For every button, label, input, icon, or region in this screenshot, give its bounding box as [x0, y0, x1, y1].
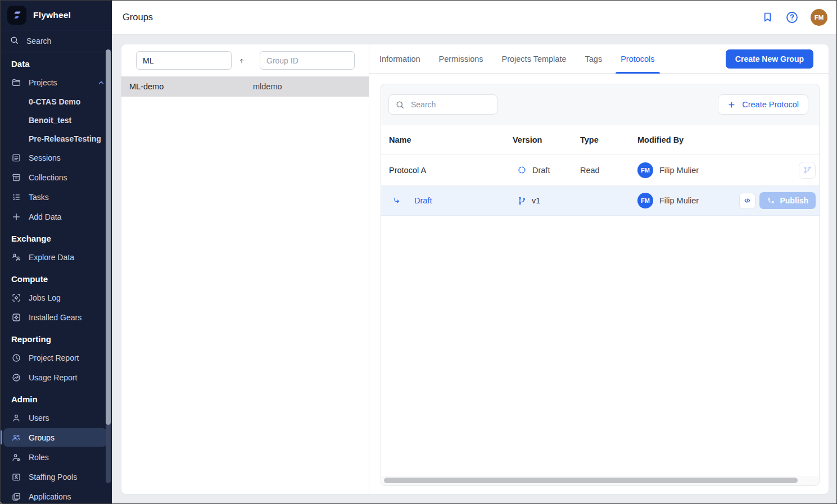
sidebar-item-label: Users	[29, 414, 49, 423]
sidebar-item-installed-gears[interactable]: Installed Gears	[0, 307, 112, 327]
sidebar: Flywheel Search Data Projects 0-CTAS Dem…	[0, 0, 112, 504]
sidebar-item-label: Project Report	[29, 353, 79, 362]
user-avatar[interactable]: FM	[811, 9, 827, 26]
modified-by-name: Filip Mulier	[659, 196, 699, 205]
collections-icon	[11, 172, 21, 183]
group-name: ML-demo	[121, 82, 253, 91]
gear-box-icon	[11, 312, 21, 323]
sidebar-search[interactable]: Search	[0, 30, 112, 52]
sidebar-item-label: Add Data	[29, 212, 61, 221]
sidebar-item-label: Installed Gears	[29, 313, 82, 322]
sidebar-item-label: Usage Report	[29, 373, 77, 382]
sort-ascending-button[interactable]	[235, 54, 248, 67]
group-id-filter-input[interactable]	[260, 51, 355, 70]
app-window: Flywheel Search Data Projects 0-CTAS Dem…	[0, 0, 837, 504]
sidebar-item-applications[interactable]: Applications	[0, 487, 112, 504]
group-detail-area: Information Permissions Projects Templat…	[369, 44, 829, 494]
user-key-icon	[11, 452, 21, 462]
sidebar-item-project-report[interactable]: Project Report	[0, 348, 112, 367]
draft-modified-by: FM Filip Mulier	[637, 193, 739, 208]
draft-name-cell: Draft	[381, 196, 509, 205]
tab-information[interactable]: Information	[379, 44, 420, 73]
search-icon	[395, 100, 405, 110]
tab-tags[interactable]: Tags	[585, 44, 603, 73]
bookmark-icon[interactable]	[762, 11, 773, 23]
avatar: FM	[637, 162, 653, 178]
tab-protocols[interactable]: Protocols	[621, 44, 654, 73]
column-header-modified-by: Modified By	[637, 135, 816, 144]
sidebar-item-0-ctas-demo[interactable]: 0-CTAS Demo	[0, 92, 112, 111]
create-new-group-button[interactable]: Create New Group	[726, 49, 813, 69]
protocol-row-actions	[799, 162, 819, 179]
sidebar-item-label: Staffing Pools	[29, 473, 77, 482]
protocol-draft-row[interactable]: Draft v1 FM Filip Mulier	[381, 186, 819, 216]
sidebar-item-benoit-test[interactable]: Benoit_test	[0, 111, 112, 129]
section-title-reporting: Reporting	[0, 327, 112, 348]
sidebar-item-groups[interactable]: Groups	[3, 428, 107, 447]
create-protocol-label: Create Protocol	[742, 100, 799, 109]
sidebar-item-label: Sessions	[29, 153, 61, 162]
sidebar-item-label: 0-CTAS Demo	[29, 97, 80, 106]
horizontal-scrollbar-thumb[interactable]	[384, 478, 798, 483]
brand-row: Flywheel	[0, 0, 112, 30]
publish-branch-icon	[767, 197, 775, 205]
sidebar-nav: Data Projects 0-CTAS Demo Benoit_test Pr…	[0, 52, 112, 504]
chevron-up-icon[interactable]	[97, 79, 105, 87]
active-indicator	[0, 430, 2, 444]
group-name-filter-input[interactable]	[136, 51, 232, 70]
protocols-search-box[interactable]	[388, 94, 497, 115]
sidebar-item-label: Projects	[29, 78, 57, 87]
column-header-type: Type	[580, 135, 637, 144]
sidebar-item-label: Pre-ReleaseTesting	[29, 134, 101, 143]
tab-projects-template[interactable]: Projects Template	[502, 44, 567, 73]
plus-icon	[11, 212, 21, 222]
group-list-row-selected[interactable]: ML-demo mldemo	[121, 76, 369, 97]
protocol-name: Protocol A	[381, 166, 509, 175]
group-list-panel: ML-demo mldemo	[121, 44, 369, 494]
sidebar-item-pre-releasetesting[interactable]: Pre-ReleaseTesting	[0, 129, 112, 148]
sidebar-item-label: Roles	[29, 453, 49, 462]
draft-dashed-circle-icon	[517, 165, 527, 175]
publish-button[interactable]: Publish	[759, 192, 816, 209]
sidebar-scrollbar-thumb[interactable]	[106, 49, 111, 425]
badge-card-icon	[11, 472, 21, 482]
sidebar-item-sessions[interactable]: Sessions	[0, 148, 112, 167]
detail-tabs: Information Permissions Projects Templat…	[369, 44, 829, 74]
pie-clock-icon	[11, 353, 21, 363]
sidebar-item-jobs-log[interactable]: Jobs Log	[0, 288, 112, 307]
draft-row-actions: Publish	[739, 192, 819, 209]
sidebar-item-staffing-pools[interactable]: Staffing Pools	[0, 467, 112, 487]
create-version-button[interactable]	[799, 162, 816, 179]
publish-label: Publish	[780, 196, 808, 205]
sidebar-item-users[interactable]: Users	[0, 408, 112, 428]
sidebar-item-tasks[interactable]: Tasks	[0, 187, 112, 207]
users-group-icon	[11, 433, 21, 443]
sidebar-item-projects[interactable]: Projects	[0, 72, 112, 92]
brand-name: Flywheel	[33, 10, 71, 20]
protocols-table: Name Version Type Modified By Protocol A	[381, 125, 819, 476]
section-title-compute: Compute	[0, 267, 112, 288]
sidebar-item-roles[interactable]: Roles	[0, 447, 112, 467]
sidebar-item-add-data[interactable]: Add Data	[0, 207, 112, 226]
sidebar-item-label: Benoit_test	[29, 116, 71, 125]
draft-version-cell: v1	[509, 196, 580, 206]
tab-permissions[interactable]: Permissions	[439, 44, 483, 73]
create-protocol-button[interactable]: Create Protocol	[718, 94, 808, 115]
sidebar-item-usage-report[interactable]: Usage Report	[0, 367, 112, 387]
sidebar-item-collections[interactable]: Collections	[0, 167, 112, 187]
protocol-row[interactable]: Protocol A Draft Read FM Filip Mulier	[381, 155, 819, 186]
user-icon	[11, 413, 21, 423]
help-icon[interactable]	[785, 11, 799, 24]
protocols-search-input[interactable]	[410, 99, 491, 110]
draft-link[interactable]: Draft	[414, 196, 432, 205]
branch-icon	[517, 196, 527, 206]
content-card: ML-demo mldemo Information Permissions P…	[121, 44, 829, 494]
protocols-panel: Create Protocol Name Version Type Modifi…	[381, 84, 820, 486]
table-header-row: Name Version Type Modified By	[381, 125, 819, 155]
sidebar-item-label: Applications	[29, 492, 71, 501]
sidebar-item-label: Jobs Log	[29, 293, 61, 302]
section-title-data: Data	[0, 52, 112, 72]
draft-version: v1	[532, 196, 540, 205]
view-code-button[interactable]	[739, 193, 755, 209]
sidebar-item-explore-data[interactable]: Explore Data	[0, 247, 112, 267]
